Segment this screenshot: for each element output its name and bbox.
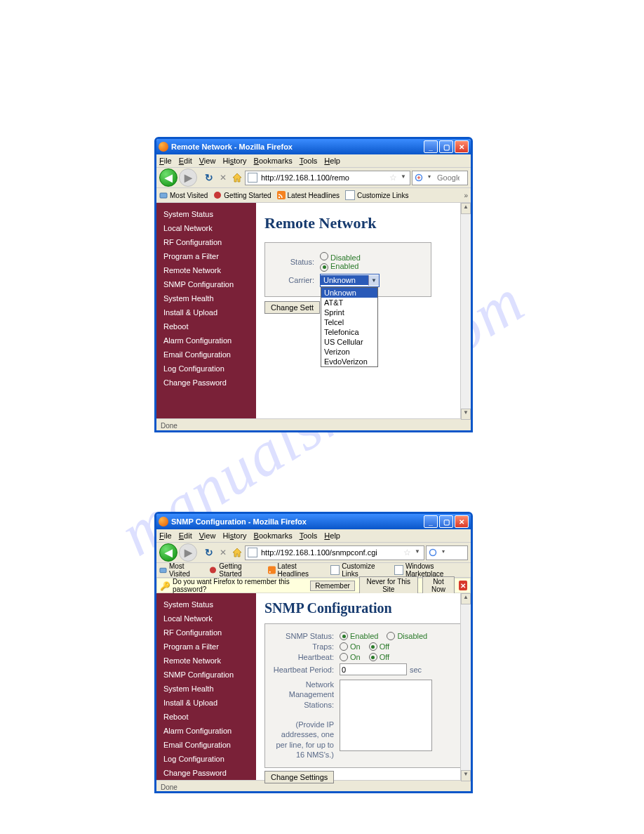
url-dropdown-icon[interactable]: ▼ bbox=[413, 548, 422, 557]
remember-button[interactable]: Remember bbox=[310, 581, 354, 591]
heartbeat-period-input[interactable] bbox=[340, 663, 407, 675]
bookmark-getting-started[interactable]: Getting Started bbox=[213, 191, 271, 199]
radio-traps-off[interactable] bbox=[369, 642, 377, 651]
sidebar-item-alarm-configuration[interactable]: Alarm Configuration bbox=[156, 333, 256, 348]
carrier-option-telefonica[interactable]: Telefonica bbox=[321, 327, 377, 337]
menu-bookmarks[interactable]: Bookmarks bbox=[254, 157, 293, 165]
stop-button[interactable]: ✕ bbox=[217, 173, 229, 183]
sidebar-item-log-configuration[interactable]: Log Configuration bbox=[156, 362, 256, 376]
radio-enabled[interactable] bbox=[320, 263, 328, 272]
bookmark-getting-started[interactable]: Getting Started bbox=[209, 562, 262, 578]
sidebar-item-install-upload[interactable]: Install & Upload bbox=[156, 305, 256, 319]
sidebar-item-rf-configuration[interactable]: RF Configuration bbox=[156, 626, 256, 640]
bookmark-customize-links[interactable]: Customize Links bbox=[330, 562, 389, 578]
sidebar-item-reboot[interactable]: Reboot bbox=[156, 319, 256, 333]
nms-textarea[interactable] bbox=[340, 680, 432, 751]
not-now-button[interactable]: Not Now bbox=[422, 576, 455, 595]
forward-button[interactable]: ▶ bbox=[179, 168, 197, 187]
radio-disabled[interactable] bbox=[320, 252, 328, 260]
scroll-down-icon[interactable]: ▼ bbox=[461, 770, 471, 781]
back-button[interactable]: ◀ bbox=[159, 168, 177, 187]
vertical-scrollbar[interactable]: ▲ ▼ bbox=[460, 203, 471, 418]
bookmark-latest-headlines[interactable]: Latest Headlines bbox=[268, 562, 326, 578]
sidebar-item-email-configuration[interactable]: Email Configuration bbox=[156, 738, 256, 752]
vertical-scrollbar[interactable]: ▲ ▼ bbox=[460, 593, 471, 780]
reload-button[interactable]: ↻ bbox=[203, 547, 215, 558]
change-settings-button[interactable]: Change Settings bbox=[264, 771, 334, 783]
home-button[interactable] bbox=[231, 171, 243, 184]
home-button[interactable] bbox=[231, 546, 243, 559]
carrier-option-sprint[interactable]: Sprint bbox=[321, 307, 377, 317]
close-button[interactable]: ✕ bbox=[455, 140, 469, 153]
bookmark-most-visited[interactable]: Most Visited bbox=[159, 191, 208, 199]
sidebar-item-system-status[interactable]: System Status bbox=[156, 207, 256, 221]
url-input[interactable] bbox=[260, 172, 387, 184]
sidebar-item-email-configuration[interactable]: Email Configuration bbox=[156, 348, 256, 362]
sidebar-item-install-upload[interactable]: Install & Upload bbox=[156, 696, 256, 710]
sidebar-item-change-password[interactable]: Change Password bbox=[156, 766, 256, 780]
sidebar-item-change-password[interactable]: Change Password bbox=[156, 376, 256, 390]
search-box[interactable]: ▾ bbox=[412, 171, 468, 185]
sidebar-item-system-health[interactable]: System Health bbox=[156, 682, 256, 696]
sidebar-item-local-network[interactable]: Local Network bbox=[156, 221, 256, 235]
radio-traps-on[interactable] bbox=[340, 642, 348, 651]
carrier-option-verizon[interactable]: Verizon bbox=[321, 347, 377, 357]
chevron-down-icon[interactable]: ▼ bbox=[368, 275, 379, 286]
maximize-button[interactable]: ▢ bbox=[439, 140, 453, 153]
sidebar-item-snmp-configuration[interactable]: SNMP Configuration bbox=[156, 668, 256, 682]
sidebar-item-local-network[interactable]: Local Network bbox=[156, 611, 256, 626]
sidebar-item-remote-network[interactable]: Remote Network bbox=[156, 263, 256, 277]
menu-edit[interactable]: Edit bbox=[179, 157, 192, 165]
search-box[interactable]: ▾ bbox=[426, 545, 468, 560]
radio-snmp-enabled[interactable] bbox=[340, 632, 348, 640]
carrier-option-unknown[interactable]: Unknown bbox=[321, 288, 377, 298]
sidebar-item-remote-network[interactable]: Remote Network bbox=[156, 654, 256, 668]
menu-view[interactable]: View bbox=[199, 157, 216, 165]
sidebar-item-reboot[interactable]: Reboot bbox=[156, 710, 256, 724]
sidebar-item-snmp-configuration[interactable]: SNMP Configuration bbox=[156, 277, 256, 291]
scroll-up-icon[interactable]: ▲ bbox=[461, 203, 471, 214]
close-bar-icon[interactable]: ✕ bbox=[459, 581, 467, 590]
scroll-up-icon[interactable]: ▲ bbox=[461, 593, 471, 604]
url-dropdown-icon[interactable]: ▼ bbox=[399, 173, 408, 182]
menu-file[interactable]: File bbox=[159, 531, 172, 540]
carrier-option-telcel[interactable]: Telcel bbox=[321, 317, 377, 327]
sidebar-item-system-health[interactable]: System Health bbox=[156, 291, 256, 305]
back-button[interactable]: ◀ bbox=[159, 543, 177, 562]
scroll-down-icon[interactable]: ▼ bbox=[461, 409, 471, 420]
sidebar-item-program-filter[interactable]: Program a Filter bbox=[156, 640, 256, 654]
menu-help[interactable]: Help bbox=[324, 531, 340, 540]
sidebar-item-rf-configuration[interactable]: RF Configuration bbox=[156, 235, 256, 249]
bookmark-marketplace[interactable]: Windows Marketplace bbox=[394, 562, 468, 578]
menu-file[interactable]: File bbox=[159, 157, 172, 165]
reload-button[interactable]: ↻ bbox=[203, 172, 215, 183]
never-button[interactable]: Never for This Site bbox=[359, 576, 418, 595]
radio-heartbeat-on[interactable] bbox=[340, 653, 348, 661]
url-bar[interactable]: ☆ ▼ bbox=[245, 171, 410, 185]
titlebar[interactable]: Remote Network - Mozilla Firefox _ ▢ ✕ bbox=[156, 139, 471, 154]
search-input[interactable] bbox=[436, 172, 461, 184]
bookmarks-overflow-icon[interactable]: » bbox=[464, 192, 468, 199]
carrier-option-att[interactable]: AT&T bbox=[321, 298, 377, 307]
menu-history[interactable]: History bbox=[222, 531, 246, 540]
radio-heartbeat-off[interactable] bbox=[369, 653, 377, 661]
menu-help[interactable]: Help bbox=[324, 157, 340, 165]
menu-bookmarks[interactable]: Bookmarks bbox=[254, 531, 293, 540]
carrier-dropdown-list[interactable]: Unknown AT&T Sprint Telcel Telefonica US… bbox=[321, 287, 378, 367]
sidebar-item-program-filter[interactable]: Program a Filter bbox=[156, 249, 256, 263]
url-bar[interactable]: ☆ ▼ bbox=[245, 545, 424, 560]
search-engine-dropdown-icon[interactable]: ▾ bbox=[439, 548, 448, 557]
maximize-button[interactable]: ▢ bbox=[439, 515, 453, 528]
menu-view[interactable]: View bbox=[199, 531, 216, 540]
menu-tools[interactable]: Tools bbox=[300, 157, 318, 165]
bookmark-star-icon[interactable]: ☆ bbox=[389, 173, 397, 183]
close-button[interactable]: ✕ bbox=[455, 515, 469, 528]
minimize-button[interactable]: _ bbox=[424, 140, 438, 153]
search-input[interactable] bbox=[450, 547, 465, 559]
sidebar-item-log-configuration[interactable]: Log Configuration bbox=[156, 752, 256, 766]
bookmark-latest-headlines[interactable]: Latest Headlines bbox=[277, 191, 340, 199]
bookmark-most-visited[interactable]: Most Visited bbox=[159, 562, 203, 578]
carrier-select[interactable]: Unknown ▼ bbox=[320, 274, 380, 287]
menu-edit[interactable]: Edit bbox=[179, 531, 192, 540]
menu-tools[interactable]: Tools bbox=[300, 531, 318, 540]
